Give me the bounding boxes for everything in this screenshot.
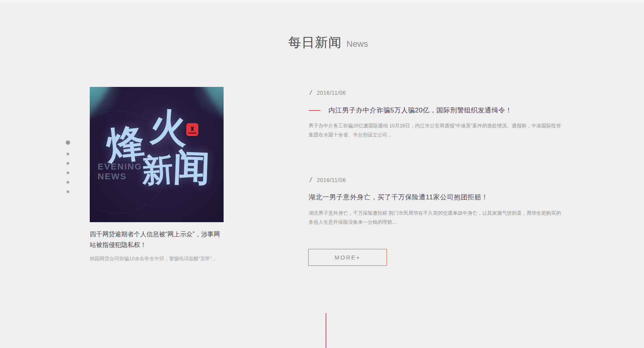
- slide-subtitle-line1: EVENING: [98, 162, 142, 171]
- news-2-title-row: 湖北一男子意外身亡，买了千万保险遭11家公司抱团拒赔！: [309, 193, 564, 202]
- carousel-slide-image[interactable]: 烽 火 新 闻 EVENING NEWS ♜: [90, 87, 224, 222]
- carousel-dot-1-active[interactable]: [66, 140, 70, 145]
- slide-calligraphy-char: 火: [148, 108, 189, 148]
- slide-subtitle: EVENING NEWS: [98, 162, 142, 181]
- tower-icon: ♜: [190, 126, 195, 132]
- section-title: 每日新闻: [288, 34, 342, 52]
- spotlight-beam-left: [90, 87, 113, 181]
- section-subtitle: News: [346, 39, 368, 49]
- more-button[interactable]: MORE+: [308, 249, 387, 266]
- highlight-dash-icon: [309, 110, 320, 111]
- news-1-title[interactable]: 内江男子办中介诈骗5万人骗20亿，国际刑警组织发通缉令！: [328, 106, 512, 115]
- news-1-title-row: 内江男子办中介诈骗5万人骗20亿，国际刑警组织发通缉令！: [309, 106, 564, 115]
- daily-news-section: 每日新闻 News 烽 火 新 闻 EVENING NEWS ♜ 四千网贷逾期者…: [0, 0, 644, 348]
- section-header: 每日新闻 News: [288, 34, 368, 52]
- globe-decoration: [90, 110, 169, 214]
- news-1-date: 2016/11/06: [317, 90, 346, 96]
- slide-calligraphy-char: 新: [141, 153, 174, 187]
- featured-news-title[interactable]: 四千网贷逾期者个人信息被“网上示众”，涉事网站被指侵犯隐私权！: [90, 229, 226, 250]
- spotlight-beam-right: [201, 87, 224, 181]
- news-2-date-row: / 2016/11/06: [309, 176, 564, 184]
- slide-calligraphy-char: 闻: [172, 148, 211, 186]
- beacon-tower-app-icon: ♜: [186, 123, 198, 136]
- date-slash-icon: /: [310, 176, 312, 184]
- news-2-excerpt: 湖北男子意外身亡，千万保险遭拒赔 荆门市民周华在不久前的交通事故中身亡，让其家属…: [309, 209, 564, 226]
- carousel-dot-6[interactable]: [67, 190, 69, 193]
- carousel-dot-4[interactable]: [67, 171, 69, 174]
- news-2-date: 2016/11/06: [317, 177, 346, 183]
- carousel-dot-3[interactable]: [67, 162, 69, 165]
- featured-news-excerpt: 校园网贷合同诈骗10余名学生中招；警惕电话提醒“宽带”...: [90, 256, 226, 262]
- vertical-divider-line: [326, 313, 326, 348]
- news-2-title[interactable]: 湖北一男子意外身亡，买了千万保险遭11家公司抱团拒赔！: [309, 193, 488, 202]
- news-1-date-row: / 2016/11/06: [309, 89, 564, 97]
- slide-calligraphy-char: 烽: [104, 123, 146, 165]
- carousel-dot-2[interactable]: [67, 153, 69, 155]
- slide-subtitle-line2: NEWS: [98, 171, 142, 181]
- date-slash-icon: /: [310, 89, 312, 97]
- news-1-excerpt: 男子办中介务工诈骗20亿遭国际通缉 10月28日，内江市公安局通报“中港系”案件…: [309, 122, 564, 139]
- icon-microtext: [188, 133, 196, 134]
- carousel-dot-5[interactable]: [67, 181, 69, 184]
- top-divider: [0, 0, 644, 2]
- carousel-dots: [63, 140, 72, 193]
